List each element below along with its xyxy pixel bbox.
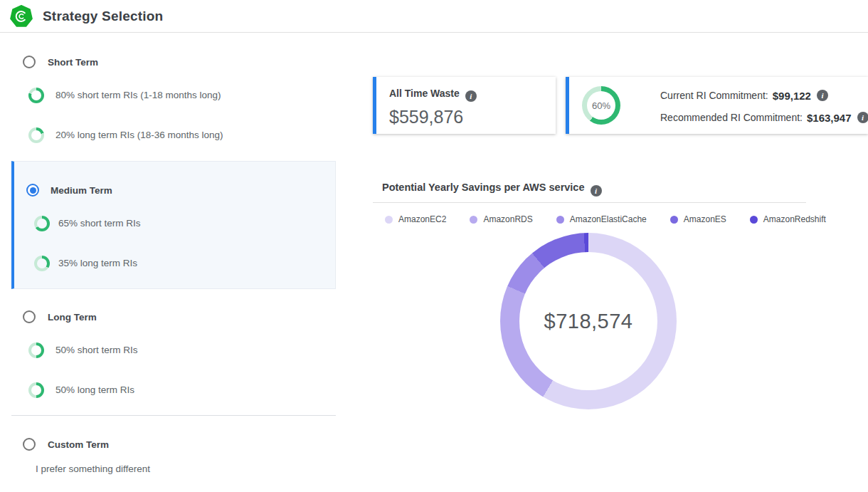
info-icon[interactable] — [591, 185, 602, 197]
waste-card-value: $559,876 — [389, 107, 556, 127]
chart-divider — [373, 202, 806, 203]
savings-donut-chart[interactable]: $718,574 — [500, 233, 677, 409]
legend-dot — [470, 216, 477, 224]
current-ri-label: Current RI Commitment: — [660, 90, 768, 101]
donut-center-value: $718,574 — [544, 310, 633, 333]
legend-item-amazonredshift[interactable]: AmazonRedshift — [750, 214, 826, 224]
app-logo-icon — [10, 5, 33, 28]
legend-dot — [750, 216, 758, 224]
allocation-ring — [28, 88, 44, 103]
radio-custom-term[interactable] — [23, 438, 36, 451]
radio-short-term[interactable] — [23, 56, 36, 68]
allocation-ring — [28, 342, 44, 358]
legend-label: AmazonElastiCache — [570, 214, 647, 224]
allocation-text: 50% short term RIs — [55, 342, 138, 358]
legend-label: AmazonRDS — [483, 214, 532, 224]
legend-label: AmazonEC2 — [398, 214, 446, 224]
legend-item-amazonrds[interactable]: AmazonRDS — [470, 214, 532, 224]
allocation-ring — [28, 127, 44, 143]
recommended-ri-value: $163,947 — [807, 112, 852, 124]
strategy-label-long-term: Long Term — [48, 312, 97, 323]
legend-item-amazonelasticache[interactable]: AmazonElastiCache — [556, 214, 647, 224]
legend-label: AmazonES — [684, 214, 726, 224]
legend-item-amazones[interactable]: AmazonES — [670, 214, 726, 224]
custom-term-description: I prefer something different — [36, 464, 150, 474]
strategy-label-medium-term: Medium Term — [51, 185, 112, 196]
strategy-group-medium-term[interactable]: Medium Term 65% short term RIs 35% long … — [11, 161, 336, 289]
waste-card-label: All Time Waste — [389, 88, 460, 99]
chart-legend: AmazonEC2AmazonRDSAmazonElastiCacheAmazo… — [385, 214, 806, 224]
radio-medium-term[interactable] — [26, 184, 39, 197]
chart-title-text: Potential Yearly Savings per AWS service — [382, 182, 585, 193]
commitment-gauge: 60% — [582, 86, 620, 125]
allocation-ring — [28, 382, 44, 398]
all-time-waste-card: All Time Waste $559,876 — [373, 77, 556, 134]
legend-dot — [670, 216, 678, 224]
legend-dot — [556, 216, 564, 224]
gauge-percent-label: 60% — [582, 86, 620, 125]
radio-long-term[interactable] — [23, 310, 36, 323]
allocation-text: 20% long term RIs (18-36 months long) — [55, 127, 223, 143]
donut-hole: $718,574 — [519, 252, 657, 390]
legend-dot — [385, 216, 393, 224]
chart-title: Potential Yearly Savings per AWS service — [382, 182, 602, 197]
info-icon[interactable] — [857, 112, 868, 123]
legend-item-amazonec2[interactable]: AmazonEC2 — [385, 214, 446, 224]
current-ri-value: $99,122 — [773, 90, 811, 102]
allocation-text: 80% short term RIs (1-18 months long) — [55, 88, 221, 103]
allocation-text: 35% long term RIs — [58, 256, 137, 271]
section-divider — [11, 415, 336, 416]
strategy-label-custom-term: Custom Term — [48, 439, 109, 450]
allocation-ring — [34, 216, 50, 231]
allocation-ring — [34, 256, 50, 271]
info-icon[interactable] — [465, 90, 477, 102]
ri-commitment-card: 60% Current RI Commitment: $99,122 Recom… — [566, 77, 868, 134]
current-ri-commitment-row: Current RI Commitment: $99,122 — [660, 88, 868, 103]
info-icon[interactable] — [817, 90, 828, 101]
app-header: Strategy Selection — [0, 0, 868, 33]
page-title: Strategy Selection — [43, 0, 163, 32]
recommended-ri-commitment-row: Recommended RI Commitment: $163,947 — [660, 110, 868, 125]
strategy-label-short-term: Short Term — [48, 57, 98, 68]
recommended-ri-label: Recommended RI Commitment: — [660, 112, 803, 123]
legend-label: AmazonRedshift — [763, 214, 826, 224]
allocation-text: 65% short term RIs — [58, 216, 141, 231]
allocation-text: 50% long term RIs — [55, 382, 134, 398]
